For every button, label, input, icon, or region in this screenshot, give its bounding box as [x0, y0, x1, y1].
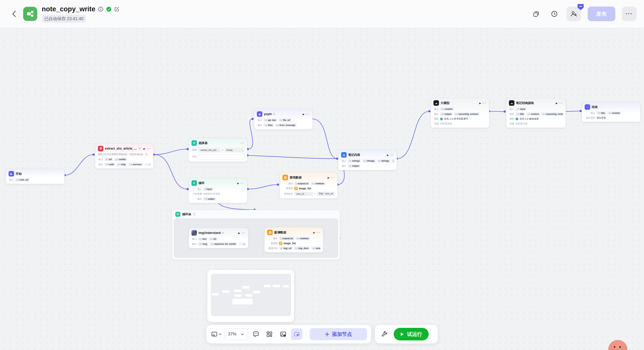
row-label: 中间变量 — [191, 192, 202, 196]
comment-tool-button[interactable] — [250, 328, 262, 340]
node-row: 输入strString1strString2strString3[]String… — [341, 159, 394, 163]
node-run-icon[interactable]: ▶ — [479, 102, 481, 104]
node-run-icon[interactable]: ▶ — [313, 231, 315, 234]
node-img-understand[interactable]: imgUnderstand⧉▶···输入strtextstrurl输出strms… — [189, 228, 248, 248]
node-yuyin[interactable]: ◆yuyin⧉▶···输入strapi_keystrfile_url输出strd… — [254, 109, 313, 129]
node-start[interactable]: ▶开始输入strnote_url — [6, 169, 65, 184]
zoom-level-dropdown[interactable]: 37% — [224, 328, 248, 340]
tag-type: int — [239, 243, 242, 245]
param-tag: strurl — [209, 237, 217, 241]
param-tag: introwNum — [311, 182, 326, 185]
condition-left[interactable]: extract_xhs_articl... — [199, 148, 221, 152]
node-run-icon[interactable]: ▶ — [303, 113, 304, 116]
param-tag: strdata — [263, 123, 274, 127]
tag-name: content — [531, 113, 539, 115]
tag-name: code — [109, 163, 114, 166]
collaboration-button[interactable] — [567, 7, 581, 21]
tag-name: title — [520, 113, 524, 115]
node-row: 输入strcontent — [433, 107, 487, 111]
node-menu-icon[interactable]: ··· — [241, 142, 245, 145]
insert-image-button[interactable] — [277, 328, 289, 340]
node-loop[interactable]: ⟳循环▶···输入[]input中间变量未配置中间变量输出[s]output — [189, 178, 247, 203]
node-row: 输出stroutput — [341, 164, 394, 168]
condition-row[interactable]: note_url=开始 - note_url — [294, 192, 335, 196]
node-menu-icon[interactable]: ··· — [483, 101, 487, 104]
node-menu-icon[interactable]: ··· — [317, 231, 321, 234]
back-button[interactable] — [9, 8, 20, 19]
assistant-mascot[interactable] — [608, 340, 627, 350]
node-run-icon[interactable]: ▶ — [143, 147, 145, 150]
auto-layout-button[interactable] — [264, 328, 275, 340]
debug-wrench-button[interactable] — [379, 328, 390, 340]
condition-right[interactable]: 开始 - note_url — [317, 192, 335, 196]
node-row: 输出stroutputstrreasoning_content — [433, 112, 487, 116]
node-add-data[interactable]: 新增数据▶···输出[]outputListintrowNum数据表image_… — [264, 227, 323, 253]
tag-type: [] — [393, 160, 394, 162]
row-label: 输入 — [9, 178, 14, 182]
add-node-label: 添加节点 — [332, 331, 352, 338]
node-run-icon[interactable]: ▶ — [237, 182, 239, 185]
duplicate-icon[interactable] — [530, 8, 542, 20]
param-tag: strreasoning_content — [454, 112, 479, 116]
select-tool-button[interactable] — [291, 328, 302, 340]
edit-title-icon[interactable] — [114, 6, 119, 12]
tag-name: file_url — [283, 119, 290, 121]
node-menu-icon[interactable]: ··· — [559, 101, 563, 104]
info-icon[interactable] — [98, 6, 103, 12]
minimap-toggle-button[interactable] — [211, 328, 222, 340]
node-end[interactable]: →结束输出strtitlestrconetnt输出类型返回变量 — [582, 102, 640, 122]
test-run-button[interactable]: 试运行 — [394, 328, 429, 340]
condition-left[interactable]: note_url — [294, 192, 313, 196]
node-row: 输入strtextstrurl — [191, 237, 246, 241]
minimap[interactable] — [207, 269, 294, 322]
node-run-icon[interactable]: ▶ — [556, 102, 557, 104]
table-name[interactable]: image_list — [299, 187, 311, 190]
package-icon: ◆ — [257, 111, 262, 117]
add-node-button[interactable]: 添加节点 — [310, 328, 367, 340]
more-menu-button[interactable]: ··· — [622, 7, 636, 21]
tag-type: str — [312, 247, 315, 250]
tag-name: response_for_model — [214, 243, 236, 245]
condition-row[interactable] — [198, 154, 245, 159]
tag-name: success — [133, 163, 142, 166]
workflow-title: note_copy_write — [42, 5, 95, 13]
history-icon[interactable] — [548, 8, 560, 20]
node-menu-icon[interactable]: ··· — [390, 153, 394, 156]
node-menu-icon[interactable]: ··· — [306, 113, 310, 116]
tag-name: String1 — [352, 160, 360, 162]
node-query[interactable]: 查询数据▶···输出[]outputListintrowNum数据表image_… — [280, 172, 338, 199]
param-tag: []outputList — [294, 182, 310, 185]
publish-button[interactable]: 发布 — [588, 7, 615, 21]
node-run-icon[interactable]: ▶ — [387, 154, 389, 156]
node-extract[interactable]: 书extract_xhs_article_webinfo⧉▶···提取小红书文章… — [95, 144, 153, 169]
node-row: 模型豆包·1.6·极致速度 — [509, 117, 563, 121]
workflow-canvas[interactable]: ⟳ 循环体 ⓘ ▶开始输入strnote_url书extract_xhs_art… — [0, 0, 644, 350]
toggle-icon — [129, 164, 132, 165]
zoom-level-value: 37% — [228, 332, 236, 337]
node-menu-icon[interactable]: ··· — [331, 176, 335, 179]
row-label: 输入 — [341, 159, 346, 163]
tag-type: [s] — [205, 198, 207, 200]
row-label: 输出 — [267, 237, 278, 240]
tag-name: url — [109, 158, 112, 161]
tag-type: int — [312, 182, 314, 185]
model-name: 豆包·1.6·思考深度调节 — [444, 117, 468, 121]
node-run-icon[interactable]: ▶ — [238, 232, 240, 234]
tag-type: str — [543, 113, 545, 115]
tag-type: str — [280, 247, 283, 250]
node-selector[interactable]: IF选择器···如果extract_xhs_articl...≠Empty否则 — [189, 138, 247, 162]
table-name[interactable]: image_list — [284, 242, 296, 245]
node-menu-icon[interactable]: ··· — [242, 231, 246, 234]
node-title: 笔记内容 — [348, 153, 360, 157]
node-row: 输出strtitlestrcontentstrreasoning_content — [509, 112, 563, 116]
condition-row[interactable]: extract_xhs_articl...≠Empty — [198, 147, 245, 153]
param-tag: strmsg — [116, 163, 127, 166]
node-menu-icon[interactable]: ··· — [241, 182, 245, 185]
condition-right[interactable]: Empty — [225, 148, 244, 152]
node-note-struct[interactable]: ☁笔记结构提取▶···输入strinput输出strtitlestrconten… — [506, 98, 566, 128]
node-menu-icon[interactable]: ··· — [147, 147, 151, 150]
node-note-content[interactable]: ▤笔记内容▶···输入strString1strString2strString… — [338, 150, 397, 170]
node-title: yuyin — [264, 112, 272, 116]
node-run-icon[interactable]: ▶ — [328, 176, 329, 179]
node-llm[interactable]: ☁大模型▶···输入strcontent输出stroutputstrreason… — [431, 98, 489, 128]
